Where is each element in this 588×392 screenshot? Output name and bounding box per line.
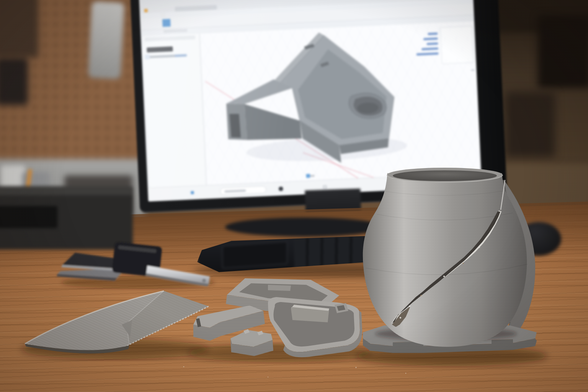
broken-print-parts (188, 278, 371, 362)
workshop-photo (0, 0, 588, 392)
warped-print-plate (21, 291, 209, 359)
cracked-vase (363, 168, 528, 347)
foreground-prints (0, 0, 588, 392)
dust-specks (183, 366, 407, 377)
digital-caliper (57, 242, 214, 289)
cracked-vase-group (356, 168, 547, 366)
